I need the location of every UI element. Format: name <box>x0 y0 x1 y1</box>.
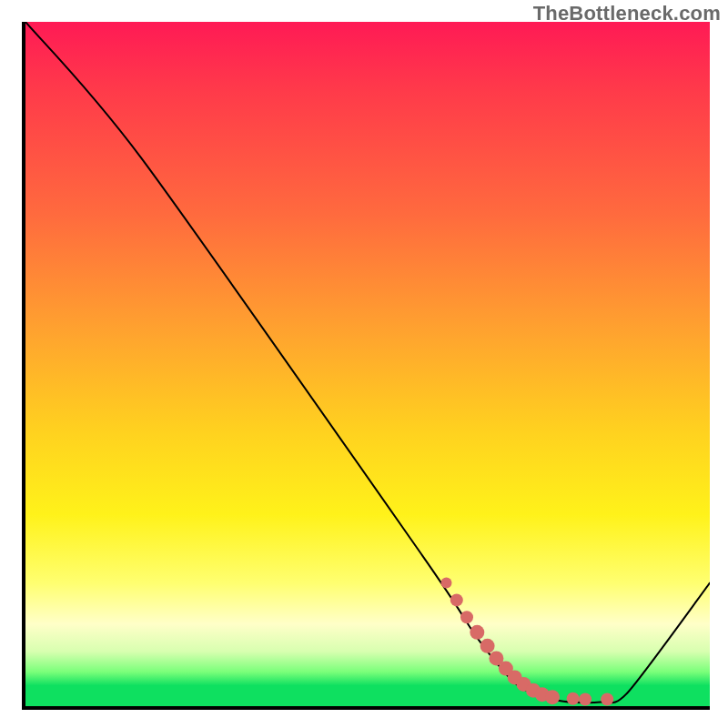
data-mark <box>480 639 495 653</box>
data-mark <box>470 625 484 640</box>
watermark-text: TheBottleneck.com <box>533 2 721 25</box>
data-mark <box>460 611 473 623</box>
data-mark <box>567 693 580 705</box>
chart-marks <box>25 22 710 706</box>
data-mark <box>579 693 592 706</box>
data-mark <box>601 693 613 706</box>
chart-container: TheBottleneck.com <box>0 0 728 728</box>
plot-area <box>22 22 710 710</box>
data-mark <box>441 578 452 589</box>
data-mark <box>450 593 463 606</box>
data-mark <box>545 690 560 704</box>
